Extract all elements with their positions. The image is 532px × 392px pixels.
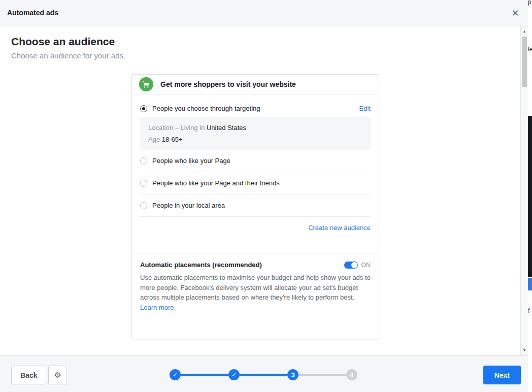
placements-description: Use automatic placements to maximise you… bbox=[140, 273, 371, 312]
check-icon: ✓ bbox=[231, 371, 237, 378]
radio-selected-icon bbox=[140, 105, 147, 112]
edit-targeting-link[interactable]: Edit bbox=[359, 105, 371, 112]
audience-option-row: People who like your Page bbox=[140, 150, 371, 172]
back-button[interactable]: Back bbox=[11, 366, 46, 384]
scrollbar-thumb[interactable] bbox=[522, 37, 527, 87]
audience-card: Get more shoppers to visit your website … bbox=[131, 74, 379, 339]
settings-button[interactable]: ⚙ bbox=[48, 366, 67, 384]
close-icon: ✕ bbox=[511, 8, 519, 18]
close-button[interactable]: ✕ bbox=[509, 7, 522, 20]
summary-age-row: Age 18-65+ bbox=[148, 134, 362, 145]
scroll-up-icon[interactable]: ▲ bbox=[521, 27, 528, 36]
background-text-fragment: p bbox=[528, 0, 531, 6]
placements-section: Automatic placements (recommended) ON Us… bbox=[132, 253, 379, 339]
radio-icon bbox=[140, 202, 147, 209]
step-connector bbox=[298, 374, 346, 376]
age-value: 18-65+ bbox=[162, 136, 183, 143]
goal-header: Get more shoppers to visit your website bbox=[132, 75, 379, 94]
check-icon: ✓ bbox=[173, 371, 178, 378]
toggle-knob bbox=[351, 262, 357, 268]
automated-ads-modal: Automated ads ✕ Choose an audience Choos… bbox=[0, 0, 528, 392]
placements-title: Automatic placements (recommended) bbox=[140, 261, 262, 269]
radio-icon bbox=[140, 180, 147, 187]
option-label: People who like your Page and their frie… bbox=[152, 179, 280, 187]
step-2-complete[interactable]: ✓ bbox=[228, 369, 240, 380]
placements-description-text: Use automatic placements to maximise you… bbox=[140, 274, 371, 301]
placements-toggle-wrap: ON bbox=[344, 262, 371, 269]
modal-content: Choose an audience Choose an audience fo… bbox=[0, 26, 520, 355]
age-label: Age bbox=[148, 136, 160, 143]
audience-option-page-likes[interactable]: People who like your Page bbox=[140, 157, 230, 165]
summary-location-row: Location – Living in United States bbox=[148, 122, 362, 134]
audience-option-row: People who like your Page and their frie… bbox=[140, 172, 371, 194]
learn-more-link[interactable]: Learn more. bbox=[140, 304, 176, 311]
audience-options: People you choose through targeting Edit… bbox=[132, 94, 379, 253]
option-label: People in your local area bbox=[152, 202, 225, 209]
create-new-audience-link[interactable]: Create new audience bbox=[308, 224, 371, 232]
shopping-cart-icon bbox=[139, 77, 153, 91]
targeting-summary: Location – Living in United States Age 1… bbox=[140, 117, 371, 150]
toggle-state-label: ON bbox=[361, 262, 371, 269]
scroll-down-icon[interactable]: ▼ bbox=[521, 346, 528, 354]
background-dark-block bbox=[528, 116, 532, 277]
step-connector bbox=[181, 374, 228, 376]
vertical-scrollbar[interactable]: ▲ ▼ bbox=[520, 26, 528, 355]
audience-option-local-area[interactable]: People in your local area bbox=[140, 202, 225, 209]
location-label: Location – Living in bbox=[148, 124, 205, 132]
step-4-upcoming[interactable]: 4 bbox=[346, 369, 357, 380]
automated-ads-screen: Automated ads ✕ Choose an audience Choos… bbox=[0, 0, 532, 392]
background-blue-block bbox=[528, 278, 532, 290]
gear-icon: ⚙ bbox=[54, 371, 61, 379]
location-value: United States bbox=[207, 124, 246, 132]
radio-icon bbox=[140, 157, 147, 165]
page-title: Choose an audience bbox=[11, 36, 520, 48]
placements-header: Automatic placements (recommended) ON bbox=[140, 261, 371, 269]
option-label: People you choose through targeting bbox=[152, 105, 260, 112]
progress-stepper: ✓ ✓ 3 4 bbox=[170, 369, 357, 380]
background-text-fragment: f bbox=[528, 307, 529, 314]
audience-option-row: People you choose through targeting Edit bbox=[140, 105, 371, 112]
page-subtitle: Choose an audience for your ads. bbox=[11, 51, 520, 60]
step-connector bbox=[240, 374, 287, 376]
modal-title: Automated ads bbox=[7, 9, 58, 17]
option-label: People who like your Page bbox=[152, 157, 230, 165]
modal-header: Automated ads ✕ bbox=[0, 0, 528, 26]
background-text-fragment: le bbox=[528, 46, 532, 53]
step-1-complete[interactable]: ✓ bbox=[170, 369, 181, 380]
audience-option-page-likes-friends[interactable]: People who like your Page and their frie… bbox=[140, 179, 280, 187]
audience-option-targeting[interactable]: People you choose through targeting bbox=[140, 105, 260, 112]
next-button[interactable]: Next bbox=[483, 366, 521, 384]
goal-title: Get more shoppers to visit your website bbox=[160, 80, 296, 88]
placements-toggle[interactable] bbox=[344, 262, 358, 269]
background-page-strip: p le f bbox=[528, 0, 532, 392]
create-audience-row: Create new audience bbox=[140, 217, 371, 237]
audience-option-row: People in your local area bbox=[140, 194, 371, 217]
step-3-current[interactable]: 3 bbox=[287, 369, 298, 380]
modal-footer: Back ⚙ ✓ ✓ 3 4 Next bbox=[0, 355, 528, 392]
